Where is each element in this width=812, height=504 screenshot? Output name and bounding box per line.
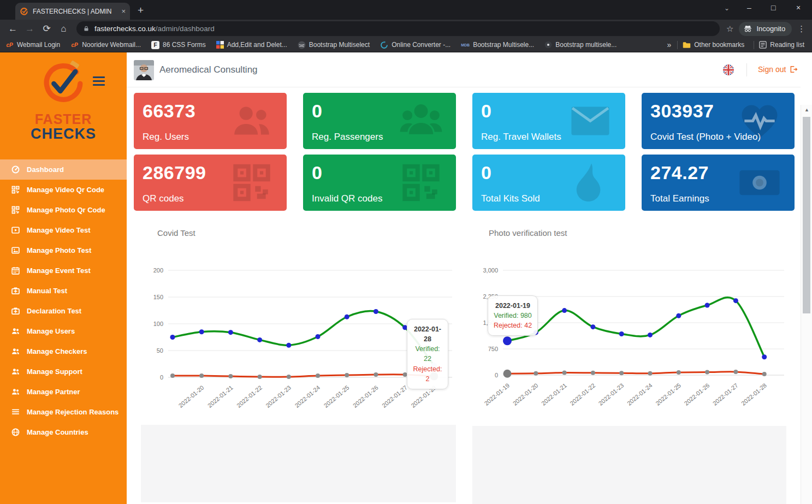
sidebar-item-manage-checkers[interactable]: Manage Checkers [0,341,127,361]
bookmark-star-icon[interactable]: ☆ [726,24,733,34]
sidebar-item-manage-video-qr-code[interactable]: Manage Video Qr Code [0,180,127,200]
tab-title: FASTERCHECKS | ADMIN [33,8,118,15]
grid-icon [216,41,224,49]
placeholder-panel [141,425,456,502]
tab-search-chevron-icon[interactable]: ⌄ [724,4,730,12]
tooltip-date: 2022-01-19 [491,301,534,311]
stat-card-invalid-qr-codes: 0Invalid QR codes [303,155,456,211]
bookmark-86-css-forms[interactable]: F86 CSS Forms [151,41,206,49]
qr-icon [222,160,281,205]
svg-text:150: 150 [153,294,163,300]
chart-tooltip: 2022-01-28 Verified: 22 Rejected: 2 [407,319,448,389]
sidebar-item-declaration-test[interactable]: Declaration Test [0,301,127,321]
stat-value: 0 [312,162,322,183]
qr-icon [392,160,451,205]
sidebar-item-label: Dashboard [27,165,64,174]
bookmark-bootstrap-multisele-mdb[interactable]: MDBBootstrap Multisele... [461,41,534,49]
stat-value: 0 [312,100,322,122]
heart-pulse-icon [730,98,789,144]
signout-button[interactable]: Sign out [758,65,798,74]
sidebar-item-label: Manage Photo Qr Code [27,206,105,214]
svg-text:3,000: 3,000 [483,267,498,274]
stat-card-total-earnings: 274.27Total Earnings [642,155,795,211]
divider [677,41,678,49]
browser-toolbar: ← → ⟳ ⌂ fasterchecks.co.uk/admin/dashboa… [0,20,812,38]
scroll-up-icon[interactable]: ▲ [801,107,812,112]
sidebar-item-manage-photo-qr-code[interactable]: Manage Photo Qr Code [0,200,127,220]
bookmark-bootstrap-multiselect[interactable]: Bootstrap Multiselect [298,41,370,49]
svg-text:2022-01-20: 2022-01-20 [512,382,540,406]
sidebar-item-dashboard[interactable]: Dashboard [0,159,127,180]
sidebar-item-manage-video-test[interactable]: Manage Video Test [0,220,127,240]
sidebar-item-manage-event-test[interactable]: Manage Event Test [0,260,127,281]
address-bar[interactable]: fasterchecks.co.uk/admin/dashboard [76,21,720,36]
svg-text:50: 50 [157,347,163,354]
sidebar-item-manage-rejection-reasons[interactable]: Manage Rejection Reasons [0,402,127,422]
stat-value: 0 [481,100,491,122]
stat-card-reg-passengers: 0Reg. Passengers [303,93,456,149]
sidebar-item-label: Manual Test [27,287,67,295]
other-bookmarks[interactable]: Other bookmarks [683,41,744,49]
window-close-button[interactable]: × [796,3,801,12]
bookmark-nooridev-webmail[interactable]: cPNooridev Webmail... [70,41,141,49]
converter-icon [380,41,388,49]
tab-close-icon[interactable]: × [121,7,126,15]
reload-button[interactable]: ⟳ [38,23,55,34]
sidebar-item-label: Manage Partner [27,388,80,396]
svg-text:2022-01-27: 2022-01-27 [712,382,739,406]
browser-menu-icon[interactable]: ⋮ [797,24,805,34]
browser-tab[interactable]: FASTERCHECKS | ADMIN × [15,3,130,20]
page-header: Aeromedical Consulting Sign out [127,52,801,87]
forward-button[interactable]: → [21,23,38,34]
chart-tooltip: 2022-01-19 Verified: 980 Rejected: 42 [488,295,538,336]
uk-flag-icon[interactable] [723,64,734,75]
globe-icon [11,428,20,437]
medical-kit-icon [11,286,20,295]
group-icon [392,98,451,144]
window-maximize-button[interactable]: □ [771,3,775,12]
bookmarks-overflow-chevron[interactable]: » [667,40,671,49]
stat-value: 66373 [143,100,195,122]
qr-icon [11,205,20,215]
stat-card-reg-travel-wallets: 0Reg. Travel Wallets [472,93,625,149]
svg-text:2022-01-22: 2022-01-22 [568,382,596,406]
stat-label: Total Earnings [650,193,709,204]
svg-text:2022-01-28: 2022-01-28 [740,382,768,406]
new-tab-button[interactable]: + [138,4,144,16]
bookmark-webmail-login[interactable]: cPWebmail Login [5,41,60,49]
back-button[interactable]: ← [4,23,21,34]
sidebar-item-label: Manage Event Test [27,266,91,275]
logout-icon [789,65,798,74]
sidebar-item-manage-photo-test[interactable]: Manage Photo Test [0,240,127,260]
stat-card-qr-codes: 286799QR codes [134,155,287,211]
sidebar-item-manage-users[interactable]: Manage Users [0,321,127,341]
bookmark-online-converter[interactable]: Online Converter -... [380,41,451,49]
url-host: fasterchecks.co.uk [94,25,156,33]
photo-icon [11,246,20,255]
bookmark-add-edit-delete[interactable]: Add,Edit and Delet... [216,41,287,49]
cpanel-icon: cP [70,41,79,49]
sidebar-item-manual-test[interactable]: Manual Test [0,281,127,301]
sidebar: FASTER CHECKS Dashboard Manage Video Qr … [0,52,127,504]
envelope-icon [561,98,620,144]
sidebar-item-label: Manage Support [27,367,82,376]
sidebar-item-manage-partner[interactable]: Manage Partner [0,382,127,402]
scrollbar-thumb[interactable] [803,117,810,313]
reading-list-label: Reading list [770,41,804,49]
incognito-badge[interactable]: Incognito [739,22,792,36]
svg-text:2022-01-25: 2022-01-25 [323,384,351,408]
svg-text:2022-01-22: 2022-01-22 [235,384,263,408]
svg-text:2022-01-20: 2022-01-20 [177,384,205,408]
svg-text:0: 0 [160,374,163,381]
page-scrollbar[interactable]: ▲ ▼ [801,105,812,504]
window-minimize-button[interactable]: – [747,3,751,12]
sidebar-item-manage-countries[interactable]: Manage Countries [0,422,127,442]
bookmark-label: Bootstrap Multisele... [473,41,534,49]
svg-text:2022-01-21: 2022-01-21 [206,384,234,408]
reading-list[interactable]: Reading list [759,41,804,49]
account-name: Aeromedical Consulting [159,64,258,75]
profile-avatar[interactable] [134,60,154,80]
home-button[interactable]: ⌂ [55,23,72,34]
bookmark-bootstrap-multisele-dark[interactable]: Bootstrap multisele... [544,41,617,49]
sidebar-item-manage-support[interactable]: Manage Support [0,361,127,382]
